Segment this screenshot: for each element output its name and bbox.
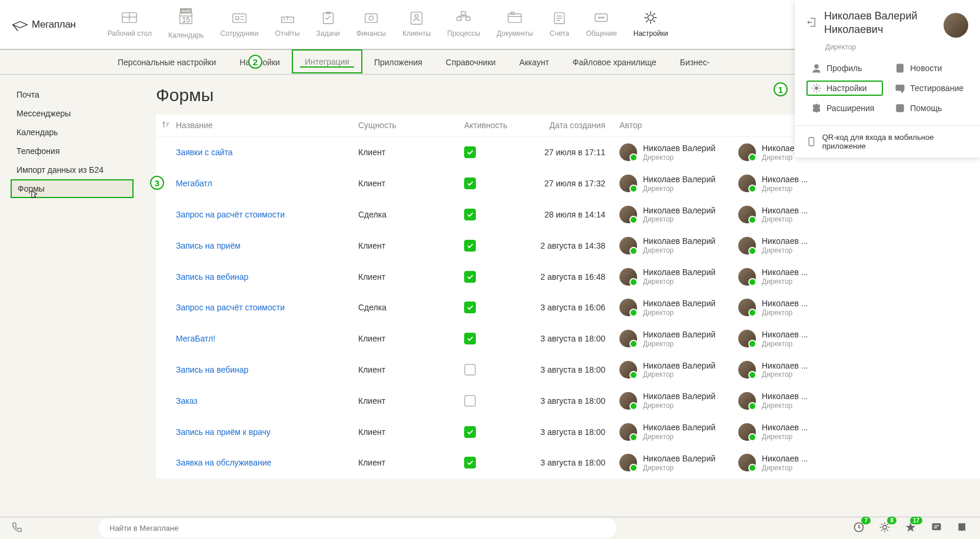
checkbox-checked-icon[interactable] <box>464 426 476 438</box>
logout-icon[interactable] <box>806 17 817 29</box>
date-cell: 28 июля в 14:14 <box>535 210 605 219</box>
checkbox-unchecked-icon[interactable] <box>464 364 476 376</box>
date-cell: 3 августа в 18:00 <box>535 458 605 467</box>
table-row[interactable]: МегаБатл! Клиент 3 августа в 18:00 Никол… <box>156 323 980 354</box>
logo[interactable]: Мегаплан <box>12 16 76 33</box>
table-row[interactable]: Заявка на обслуживание Клиент 3 августа … <box>156 447 980 478</box>
form-link[interactable]: Запрос на расчёт стоимости <box>176 303 285 312</box>
qr-code-link[interactable]: QR-код для входа в мобильное приложение <box>795 125 980 158</box>
profile-menu-Помощь[interactable]: Помощь <box>890 101 968 116</box>
avatar <box>619 175 637 192</box>
topnav-Календарь[interactable]: нояб15Календарь <box>160 5 212 44</box>
sidebar-item-4[interactable]: Импорт данных из Б24 <box>0 160 144 179</box>
profile-menu-Настройки[interactable]: Настройки <box>806 81 883 96</box>
topnav-Процессы[interactable]: Процессы <box>439 5 488 44</box>
avatar <box>619 299 637 316</box>
topnav-Задачи[interactable]: Задачи <box>308 5 348 44</box>
table-row[interactable]: Мегабатл Клиент 27 июля в 17:32 Николаев… <box>156 168 980 199</box>
subnav-0[interactable]: Персональные настройки <box>106 50 228 74</box>
table-row[interactable]: Заказ Клиент 3 августа в 18:00 Николаев … <box>156 385 980 416</box>
phone-icon <box>806 136 816 147</box>
callout-1: 1 <box>774 82 788 96</box>
form-link[interactable]: Заявки с сайта <box>176 148 233 157</box>
subnav-5[interactable]: Аккаунт <box>508 50 561 74</box>
checkbox-checked-icon[interactable] <box>464 209 476 220</box>
entity-cell: Клиент <box>358 241 464 250</box>
subnav-3[interactable]: Приложения <box>362 50 434 74</box>
table-row[interactable]: Запись на приём к врачу Клиент 3 августа… <box>156 416 980 447</box>
form-link[interactable]: Запрос на расчёт стоимости <box>176 210 285 219</box>
form-link[interactable]: Заявка на обслуживание <box>176 458 271 467</box>
logo-icon <box>12 16 28 33</box>
checkbox-unchecked-icon[interactable] <box>464 395 476 407</box>
subnav-7[interactable]: Бизнес- <box>668 50 722 74</box>
sort-icon[interactable] <box>156 120 176 130</box>
sidebar-item-5[interactable]: Формы <box>11 179 134 198</box>
date-cell: 3 августа в 18:00 <box>535 334 605 343</box>
topnav-Финансы[interactable]: Финансы <box>348 5 394 44</box>
author-cell: Николаев ВалерийДиректор <box>619 423 738 441</box>
sidebar-item-2[interactable]: Календарь <box>0 123 144 142</box>
author-cell: Николаев ВалерийДиректор <box>619 330 738 348</box>
topnav-Документы[interactable]: Документы <box>488 5 541 44</box>
author-cell: Николаев ...Директор <box>738 206 980 224</box>
sidebar-item-3[interactable]: Телефония <box>0 142 144 160</box>
subnav-6[interactable]: Файловое хранилище <box>561 50 668 74</box>
form-link[interactable]: Запись на вебинар <box>176 365 248 374</box>
form-link[interactable]: Запись на вебинар <box>176 272 248 282</box>
checkbox-checked-icon[interactable] <box>464 333 476 344</box>
entity-cell: Клиент <box>358 365 464 374</box>
table-row[interactable]: Запись на вебинар Клиент 2 августа в 16:… <box>156 261 980 292</box>
col-activity-header[interactable]: Активность <box>464 120 535 130</box>
topnav-Настройки[interactable]: Настройки <box>625 5 676 44</box>
form-link[interactable]: МегаБатл! <box>176 334 215 343</box>
sidebar-item-1[interactable]: Мессенджеры <box>0 104 144 123</box>
col-date-header[interactable]: Дата создания <box>535 120 605 130</box>
form-link[interactable]: Мегабатл <box>176 179 212 188</box>
checkbox-checked-icon[interactable] <box>464 240 476 252</box>
col-author-header[interactable]: Автор <box>605 120 738 130</box>
profile-dropdown: Николаев Валерий Николаевич Директор Про… <box>795 0 980 158</box>
author-cell: Николаев ...Директор <box>738 236 980 255</box>
topnav-Общение[interactable]: Общение <box>578 5 625 44</box>
subnav-2[interactable]: Интеграция <box>292 49 362 73</box>
avatar[interactable] <box>944 13 968 38</box>
topnav-Рабочий стол[interactable]: Рабочий стол <box>99 5 160 44</box>
sidebar-item-0[interactable]: Почта <box>0 85 144 104</box>
author-cell: Николаев ...Директор <box>738 423 980 441</box>
checkbox-checked-icon[interactable] <box>464 178 476 189</box>
col-name-header[interactable]: Название <box>176 120 358 130</box>
topnav-Клиенты[interactable]: Клиенты <box>394 5 439 44</box>
table-row[interactable]: Запрос на расчёт стоимости Сделка 28 июл… <box>156 199 980 230</box>
svg-rect-14 <box>365 14 378 22</box>
avatar <box>738 361 756 379</box>
callout-2: 2 <box>248 55 262 69</box>
author-cell: Николаев ВалерийДиректор <box>619 206 738 224</box>
form-link[interactable]: Заказ <box>176 396 198 406</box>
checkbox-checked-icon[interactable] <box>464 302 476 313</box>
table-row[interactable]: Запись на вебинар Клиент 3 августа в 18:… <box>156 354 980 386</box>
avatar <box>738 423 756 441</box>
avatar <box>738 330 756 347</box>
topnav-Сотрудники[interactable]: Сотрудники <box>212 5 267 44</box>
checkbox-checked-icon[interactable] <box>464 146 476 158</box>
topnav-Отчёты[interactable]: Отчёты <box>267 5 308 44</box>
form-link[interactable]: Запись на приём к врачу <box>176 427 271 437</box>
topnav-Счета[interactable]: Счета <box>541 5 578 44</box>
profile-menu-Новости[interactable]: Новости <box>890 61 968 76</box>
profile-menu-Профиль[interactable]: Профиль <box>806 61 883 76</box>
checkbox-checked-icon[interactable] <box>464 457 476 468</box>
table-row[interactable]: Запись на приём Клиент 2 августа в 14:38… <box>156 230 980 261</box>
svg-rect-18 <box>462 12 466 15</box>
table-row[interactable]: Запрос на расчёт стоимости Сделка 3 авгу… <box>156 292 980 323</box>
author-cell: Николаев ВалерийДиректор <box>619 361 738 379</box>
avatar <box>738 175 756 192</box>
profile-menu-Тестирование[interactable]: Тестирование <box>890 81 968 96</box>
profile-menu-Расширения[interactable]: Расширения <box>806 101 883 116</box>
col-entity-header[interactable]: Сущность <box>358 120 464 130</box>
subnav-4[interactable]: Справочники <box>434 50 508 74</box>
checkbox-checked-icon[interactable] <box>464 271 476 283</box>
svg-point-35 <box>603 17 604 18</box>
form-link[interactable]: Запись на приём <box>176 241 241 250</box>
date-cell: 3 августа в 18:00 <box>535 365 605 374</box>
